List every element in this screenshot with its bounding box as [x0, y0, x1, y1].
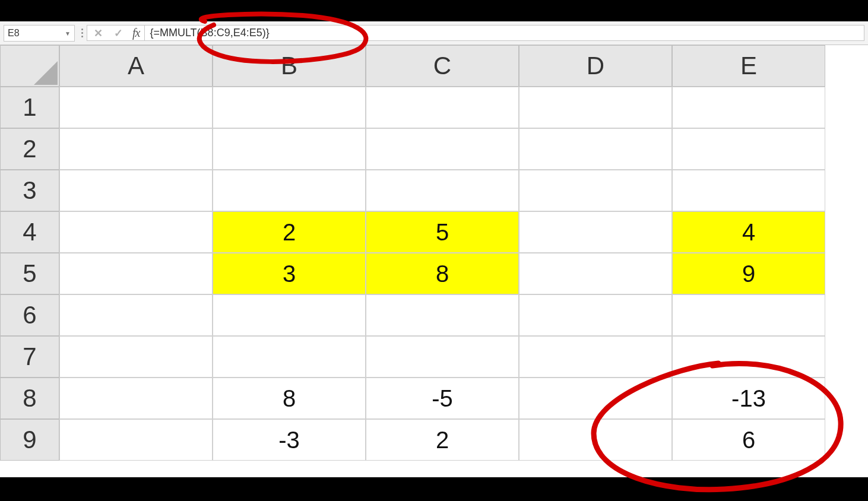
cell-value: -5: [432, 385, 453, 412]
cell-D1[interactable]: [519, 87, 672, 128]
cell-value: 8: [436, 261, 449, 287]
cell-A9[interactable]: [59, 419, 213, 461]
cell-B5[interactable]: 3: [213, 253, 366, 294]
cell-E4[interactable]: 4: [672, 211, 825, 253]
confirm-icon[interactable]: ✓: [112, 27, 124, 39]
cell-C8[interactable]: -5: [366, 378, 519, 419]
cell-D7[interactable]: [519, 336, 672, 378]
cell-C1[interactable]: [366, 87, 519, 128]
cell-C4[interactable]: 5: [366, 211, 519, 253]
cell-C5[interactable]: 8: [366, 253, 519, 294]
cell-E8[interactable]: -13: [672, 378, 825, 419]
column-header-B[interactable]: B: [213, 45, 366, 87]
row-header-3[interactable]: 3: [0, 170, 59, 211]
cell-A5[interactable]: [59, 253, 213, 294]
formula-text: {=MMULT(B8:C9,E4:E5)}: [150, 27, 269, 39]
cell-value: 3: [283, 261, 296, 287]
cell-value: 8: [283, 385, 296, 412]
row-header-1[interactable]: 1: [0, 87, 59, 128]
cell-A1[interactable]: [59, 87, 213, 128]
cell-D5[interactable]: [519, 253, 672, 294]
cell-E7[interactable]: [672, 336, 825, 378]
column-header-C[interactable]: C: [366, 45, 519, 87]
row-header-4[interactable]: 4: [0, 211, 59, 253]
cell-B9[interactable]: -3: [213, 419, 366, 461]
cell-C9[interactable]: 2: [366, 419, 519, 461]
cell-B8[interactable]: 8: [213, 378, 366, 419]
cell-value: 5: [436, 219, 449, 246]
row-header-6[interactable]: 6: [0, 294, 59, 336]
cell-D4[interactable]: [519, 211, 672, 253]
formula-bar-row: E8 ▼ ✕ ✓ fx {=MMULT(B8:C9,E4:E5)}: [0, 21, 868, 45]
cell-E1[interactable]: [672, 87, 825, 128]
cell-B4[interactable]: 2: [213, 211, 366, 253]
cell-D6[interactable]: [519, 294, 672, 336]
cell-D2[interactable]: [519, 128, 672, 170]
window-top-black-band: [0, 0, 868, 21]
cell-C7[interactable]: [366, 336, 519, 378]
cell-E9[interactable]: 6: [672, 419, 825, 461]
cell-B7[interactable]: [213, 336, 366, 378]
cell-B6[interactable]: [213, 294, 366, 336]
name-box[interactable]: E8 ▼: [4, 25, 75, 42]
row-header-7[interactable]: 7: [0, 336, 59, 378]
column-header-E[interactable]: E: [672, 45, 825, 87]
cell-A8[interactable]: [59, 378, 213, 419]
cell-value: 9: [742, 261, 755, 287]
column-header-A[interactable]: A: [59, 45, 213, 87]
cell-A7[interactable]: [59, 336, 213, 378]
cell-A2[interactable]: [59, 128, 213, 170]
cell-A6[interactable]: [59, 294, 213, 336]
fx-icon[interactable]: fx: [132, 26, 140, 40]
cell-value: 2: [436, 427, 449, 454]
cell-B1[interactable]: [213, 87, 366, 128]
row-header-8[interactable]: 8: [0, 378, 59, 419]
cell-D8[interactable]: [519, 378, 672, 419]
svg-marker-0: [34, 61, 58, 85]
chevron-down-icon[interactable]: ▼: [65, 30, 71, 37]
row-header-5[interactable]: 5: [0, 253, 59, 294]
cell-value: -3: [278, 427, 300, 454]
cell-value: 2: [283, 219, 296, 246]
cell-D9[interactable]: [519, 419, 672, 461]
drag-handle-icon[interactable]: [77, 21, 87, 45]
window-bottom-black-band: [0, 477, 868, 501]
row-header-2[interactable]: 2: [0, 128, 59, 170]
cell-B2[interactable]: [213, 128, 366, 170]
cell-E5[interactable]: 9: [672, 253, 825, 294]
cell-A3[interactable]: [59, 170, 213, 211]
cell-E2[interactable]: [672, 128, 825, 170]
row-header-9[interactable]: 9: [0, 419, 59, 461]
formula-input[interactable]: {=MMULT(B8:C9,E4:E5)}: [144, 25, 864, 41]
spreadsheet-grid[interactable]: ABCDE123425453896788-5-139-326: [0, 45, 868, 461]
cell-value: -13: [731, 385, 766, 412]
formula-controls: ✕ ✓ fx: [87, 25, 144, 41]
column-header-D[interactable]: D: [519, 45, 672, 87]
cell-D3[interactable]: [519, 170, 672, 211]
cell-value: 4: [742, 219, 755, 246]
cancel-icon[interactable]: ✕: [92, 27, 104, 39]
cell-E6[interactable]: [672, 294, 825, 336]
cell-C3[interactable]: [366, 170, 519, 211]
select-all-corner[interactable]: [0, 45, 59, 87]
cell-B3[interactable]: [213, 170, 366, 211]
cell-A4[interactable]: [59, 211, 213, 253]
cell-C2[interactable]: [366, 128, 519, 170]
name-box-value: E8: [8, 28, 20, 39]
cell-value: 6: [742, 427, 755, 454]
cell-E3[interactable]: [672, 170, 825, 211]
cell-C6[interactable]: [366, 294, 519, 336]
